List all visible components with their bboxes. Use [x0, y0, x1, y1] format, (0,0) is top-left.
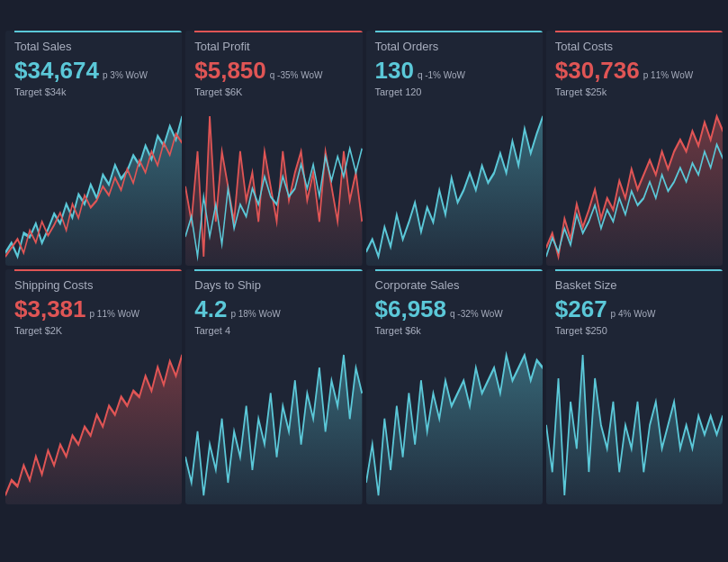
kpi-target: Target $34k: [14, 86, 173, 97]
kpi-target: Target $6k: [375, 325, 534, 336]
kpi-value: 130: [375, 57, 414, 85]
kpi-card-days-to-ship: Days to Ship 4.2 p 18% WoW Target 4: [185, 269, 362, 504]
kpi-target: Target 120: [375, 86, 534, 97]
chart-area: [546, 340, 723, 504]
kpi-title: Corporate Sales: [375, 278, 534, 292]
kpi-title: Shipping Costs: [14, 278, 173, 292]
kpi-card-shipping-costs: Shipping Costs $3,381 p 11% WoW Target $…: [5, 269, 182, 504]
chart-area: [366, 101, 543, 266]
kpi-value-row: 4.2 p 18% WoW: [194, 295, 353, 323]
kpi-value: 4.2: [194, 295, 227, 323]
kpi-target: Target $6K: [194, 86, 353, 97]
kpi-value-row: $30,736 p 11% WoW: [555, 57, 714, 85]
kpi-badge: p 11% WoW: [90, 309, 139, 319]
kpi-value: $30,736: [555, 57, 640, 85]
kpi-title: Total Profit: [194, 40, 353, 53]
kpi-value-row: 130 q -1% WoW: [375, 57, 534, 85]
top-bar: [555, 269, 723, 271]
chart-area: [185, 340, 362, 504]
kpi-target: Target 4: [194, 325, 353, 336]
kpi-value: $5,850: [194, 57, 266, 85]
kpi-title: Days to Ship: [194, 278, 353, 292]
top-bar: [555, 31, 723, 32]
kpi-badge: p 18% WoW: [230, 309, 280, 319]
kpi-card-total-orders: Total Orders 130 q -1% WoW Target 120: [366, 31, 543, 266]
kpi-card-basket-size: Basket Size $267 p 4% WoW Target $250: [546, 269, 723, 504]
chart-area: [185, 101, 362, 266]
top-bar: [375, 269, 543, 271]
kpi-value-row: $3,381 p 11% WoW: [14, 295, 173, 323]
kpi-title: Total Orders: [375, 40, 534, 53]
kpi-card-total-profit: Total Profit $5,850 q -35% WoW Target $6…: [185, 31, 362, 266]
chart-area: [366, 340, 543, 504]
kpi-value-row: $34,674 p 3% WoW: [14, 57, 173, 85]
dashboard-grid: Total Sales $34,674 p 3% WoW Target $34k…: [0, 27, 728, 508]
chart-area: [5, 340, 182, 504]
top-bar: [375, 31, 543, 32]
kpi-value: $267: [555, 295, 607, 323]
page-title: [0, 0, 728, 27]
kpi-target: Target $25k: [555, 86, 714, 97]
kpi-title: Total Costs: [555, 40, 714, 53]
kpi-title: Total Sales: [14, 40, 173, 53]
kpi-value: $34,674: [14, 57, 99, 85]
kpi-badge: p 11% WoW: [643, 70, 693, 80]
kpi-card-corporate-sales: Corporate Sales $6,958 q -32% WoW Target…: [366, 269, 543, 504]
kpi-badge: p 3% WoW: [103, 70, 148, 80]
kpi-target: Target $250: [555, 325, 714, 336]
top-bar: [14, 269, 182, 271]
kpi-badge: q -1% WoW: [418, 70, 465, 80]
kpi-title: Basket Size: [555, 278, 714, 292]
top-bar: [194, 269, 362, 271]
kpi-value-row: $6,958 q -32% WoW: [375, 295, 534, 323]
chart-area: [5, 101, 182, 266]
kpi-badge: q -35% WoW: [270, 70, 323, 80]
kpi-target: Target $2K: [14, 325, 173, 336]
kpi-card-total-sales: Total Sales $34,674 p 3% WoW Target $34k: [5, 31, 182, 266]
top-bar: [14, 31, 182, 32]
top-bar: [194, 31, 362, 32]
kpi-value-row: $267 p 4% WoW: [555, 295, 714, 323]
chart-area: [546, 101, 723, 266]
kpi-badge: p 4% WoW: [611, 309, 656, 319]
kpi-value: $3,381: [14, 295, 86, 323]
kpi-value: $6,958: [375, 295, 447, 323]
kpi-badge: q -32% WoW: [450, 309, 503, 319]
kpi-value-row: $5,850 q -35% WoW: [194, 57, 353, 85]
kpi-card-total-costs: Total Costs $30,736 p 11% WoW Target $25…: [546, 31, 723, 266]
